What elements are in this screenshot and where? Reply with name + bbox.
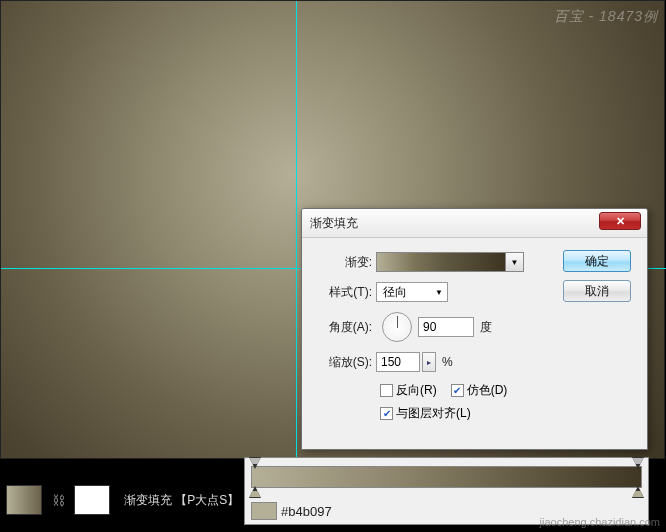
- ok-button-label: 确定: [585, 253, 609, 270]
- dialog-body: 确定 取消 渐变: ▼ 样式(T): 径向 ▼ 角度(A): 90 度: [302, 238, 647, 449]
- scale-unit: %: [442, 355, 453, 369]
- layer-name: 渐变填充 【P大点S】: [124, 492, 239, 509]
- dialog-titlebar[interactable]: 渐变填充 ✕: [302, 209, 647, 238]
- guide-vertical: [296, 1, 297, 460]
- style-label: 样式(T):: [314, 284, 372, 301]
- gradient-label: 渐变:: [314, 254, 372, 271]
- hex-value: #b4b097: [281, 504, 332, 519]
- scale-label: 缩放(S):: [314, 354, 372, 371]
- chevron-down-icon: ▼: [511, 258, 519, 267]
- gradient-track[interactable]: [251, 466, 642, 488]
- angle-value: 90: [423, 320, 436, 334]
- cancel-button-label: 取消: [585, 283, 609, 300]
- checkbox-box: ✔: [451, 384, 464, 397]
- gradient-preview[interactable]: [376, 252, 506, 272]
- dither-checkbox[interactable]: ✔ 仿色(D): [451, 382, 508, 399]
- layer-thumbnail[interactable]: [6, 485, 42, 515]
- ok-button[interactable]: 确定: [563, 250, 631, 272]
- scale-input[interactable]: 150: [376, 352, 420, 372]
- angle-dial[interactable]: [382, 312, 412, 342]
- close-button[interactable]: ✕: [599, 212, 641, 230]
- dialog-title: 渐变填充: [310, 215, 358, 232]
- style-value: 径向: [383, 284, 407, 301]
- watermark-bottom: jiaocheng.chazidian.com: [540, 516, 660, 528]
- gradient-picker-button[interactable]: ▼: [506, 252, 524, 272]
- scale-value: 150: [381, 355, 401, 369]
- checkbox-box: [380, 384, 393, 397]
- angle-unit: 度: [480, 319, 492, 336]
- reverse-checkbox[interactable]: 反向(R): [380, 382, 437, 399]
- link-icon[interactable]: ⛓: [50, 491, 66, 509]
- style-select[interactable]: 径向 ▼: [376, 282, 448, 302]
- layer-mask-thumbnail[interactable]: [74, 485, 110, 515]
- cancel-button[interactable]: 取消: [563, 280, 631, 302]
- gradient-fill-dialog: 渐变填充 ✕ 确定 取消 渐变: ▼ 样式(T): 径向 ▼ 角度(A):: [301, 208, 648, 450]
- angle-label: 角度(A):: [314, 319, 372, 336]
- chevron-right-icon: ▸: [427, 358, 431, 367]
- scale-stepper[interactable]: ▸: [422, 352, 436, 372]
- reverse-label: 反向(R): [396, 382, 437, 399]
- close-icon: ✕: [616, 215, 625, 228]
- dither-label: 仿色(D): [467, 382, 508, 399]
- layer-panel: ⛓ 渐变填充 【P大点S】: [0, 480, 280, 520]
- angle-input[interactable]: 90: [418, 317, 474, 337]
- align-label: 与图层对齐(L): [396, 405, 471, 422]
- checkbox-box: ✔: [380, 407, 393, 420]
- chevron-down-icon: ▼: [435, 288, 443, 297]
- gradient-editor: #b4b097: [244, 457, 649, 525]
- watermark-top: 百宝 - 18473例: [554, 8, 658, 26]
- hex-swatch[interactable]: [251, 502, 277, 520]
- align-checkbox[interactable]: ✔ 与图层对齐(L): [380, 405, 471, 422]
